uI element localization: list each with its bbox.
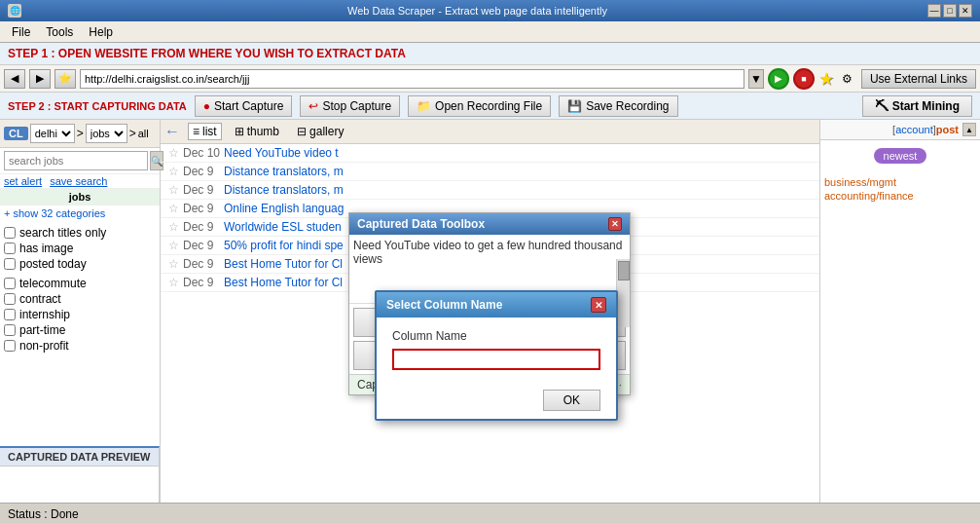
favorites-star[interactable]: ★ bbox=[818, 68, 834, 90]
tab-gallery[interactable]: ⊟ gallery bbox=[292, 123, 348, 140]
titles-checkbox[interactable] bbox=[4, 227, 16, 239]
listing-link[interactable]: Distance translators, m bbox=[224, 165, 344, 178]
step1-bar: STEP 1 : OPEN WEBSITE FROM WHERE YOU WIS… bbox=[0, 43, 980, 65]
save-recording-button[interactable]: 💾 Save Recording bbox=[559, 95, 677, 117]
toolbox-text: Need YouTube video to get a few hundred … bbox=[353, 239, 622, 266]
thumb-label: thumb bbox=[247, 125, 279, 138]
right-links: business/mgmt accounting/finance bbox=[820, 171, 980, 206]
parttime-label: part-time bbox=[19, 323, 65, 337]
star-icon[interactable]: ☆ bbox=[168, 165, 179, 178]
filter-today: posted today bbox=[4, 256, 156, 272]
listing-link[interactable]: Best Home Tutor for Cl bbox=[224, 257, 343, 271]
back-button[interactable]: ◀ bbox=[4, 69, 25, 89]
toolbox-scrollbar[interactable] bbox=[616, 259, 630, 327]
telecommute-label: telecommute bbox=[19, 277, 87, 290]
listing-link[interactable]: Online English languag bbox=[224, 202, 344, 215]
list-icon: ≡ bbox=[193, 125, 200, 138]
city-select[interactable]: delhi bbox=[30, 124, 75, 143]
nonprofit-checkbox[interactable] bbox=[4, 340, 16, 352]
filter-titles: search titles only bbox=[4, 225, 156, 241]
star-icon[interactable]: ☆ bbox=[168, 257, 179, 271]
scroll-up-arrow[interactable]: ▲ bbox=[962, 123, 976, 136]
listing-date: Dec 9 bbox=[183, 276, 220, 289]
category-select[interactable]: jobs bbox=[86, 124, 127, 143]
toolbox-close-button[interactable]: ✕ bbox=[608, 217, 622, 231]
listing-link[interactable]: Worldwide ESL studen bbox=[224, 220, 342, 234]
select-column-dialog: Select Column Name ✕ Column Name OK bbox=[375, 290, 618, 421]
filter-image: has image bbox=[4, 241, 156, 256]
toolbox-title: Captured Data Toolbox bbox=[357, 217, 485, 231]
listing-date: Dec 9 bbox=[183, 165, 220, 178]
dialog-close-button[interactable]: ✕ bbox=[591, 297, 606, 313]
forward-button[interactable]: ▶ bbox=[29, 69, 51, 89]
app-title: Web Data Scraper - Extract web page data… bbox=[27, 5, 927, 17]
account-link[interactable]: account bbox=[895, 124, 933, 135]
today-checkbox[interactable] bbox=[4, 258, 16, 270]
start-mining-button[interactable]: ⛏ Start Mining bbox=[862, 95, 972, 117]
listing-link[interactable]: 50% profit for hindi spe bbox=[224, 239, 344, 252]
save-search-link[interactable]: save search bbox=[50, 175, 107, 187]
maximize-button[interactable]: □ bbox=[943, 4, 957, 18]
right-link-accounting[interactable]: accounting/finance bbox=[824, 189, 976, 203]
internship-label: internship bbox=[19, 308, 70, 321]
listing-date: Dec 9 bbox=[183, 239, 220, 252]
filter-section: search titles only has image posted toda… bbox=[0, 221, 160, 357]
start-capture-button[interactable]: ● Start Capture bbox=[195, 95, 293, 117]
right-link-business[interactable]: business/mgmt bbox=[824, 175, 976, 189]
menu-bar: File Tools Help bbox=[0, 21, 980, 43]
internship-checkbox[interactable] bbox=[4, 309, 16, 320]
star-icon[interactable]: ☆ bbox=[168, 183, 179, 197]
back-arrow-button[interactable]: ← bbox=[164, 123, 180, 140]
gear-icon[interactable]: ⚙ bbox=[838, 69, 857, 89]
tab-list[interactable]: ≡ list bbox=[188, 123, 222, 140]
listing-link[interactable]: Distance translators, m bbox=[224, 183, 344, 197]
listing-link[interactable]: Best Home Tutor for Cl bbox=[224, 276, 343, 289]
image-label: has image bbox=[19, 242, 73, 255]
menu-help[interactable]: Help bbox=[81, 23, 121, 41]
gallery-label: gallery bbox=[309, 125, 344, 138]
telecommute-checkbox[interactable] bbox=[4, 278, 16, 289]
home-button[interactable]: ⭐ bbox=[54, 69, 76, 89]
listing-link[interactable]: Need YouTube video t bbox=[224, 146, 339, 160]
star-icon[interactable]: ☆ bbox=[168, 202, 179, 215]
tab-thumb[interactable]: ⊞ thumb bbox=[230, 123, 284, 140]
show-more-link[interactable]: + show 32 categories bbox=[0, 205, 160, 221]
star-icon[interactable]: ☆ bbox=[168, 239, 179, 252]
search-input[interactable] bbox=[4, 151, 148, 170]
menu-tools[interactable]: Tools bbox=[38, 23, 81, 41]
set-alert-link[interactable]: set alert bbox=[4, 175, 42, 187]
column-name-input[interactable] bbox=[392, 349, 600, 370]
list-item: ☆ Dec 10 Need YouTube video t bbox=[161, 144, 819, 163]
search-bar: 🔍 bbox=[0, 148, 160, 174]
menu-file[interactable]: File bbox=[4, 23, 38, 41]
star-icon[interactable]: ☆ bbox=[168, 276, 179, 289]
right-top-bar: [ account ] post ▲ bbox=[820, 120, 980, 140]
stop-capture-button[interactable]: ↩ Stop Capture bbox=[300, 95, 400, 117]
minimize-button[interactable]: — bbox=[927, 4, 941, 18]
dialog-footer: OK bbox=[377, 382, 616, 419]
dialog-ok-button[interactable]: OK bbox=[543, 390, 600, 411]
left-panel: CL delhi > jobs > all 🔍 set alert save s… bbox=[0, 120, 161, 523]
view-tabs: ← ≡ list ⊞ thumb ⊟ gallery bbox=[161, 120, 819, 144]
external-links-label: Use External Links bbox=[870, 72, 967, 86]
url-bar: ◀ ▶ ⭐ ▼ ▶ ■ ★ ⚙ Use External Links bbox=[0, 65, 980, 93]
url-input[interactable] bbox=[80, 69, 744, 89]
status-text: Status : Done bbox=[8, 507, 79, 521]
step1-label: STEP 1 : OPEN WEBSITE FROM WHERE YOU WIS… bbox=[8, 47, 406, 60]
play-button[interactable]: ▶ bbox=[768, 68, 789, 90]
arrow-separator2: > bbox=[129, 127, 136, 140]
url-dropdown[interactable]: ▼ bbox=[748, 69, 764, 89]
close-button[interactable]: ✕ bbox=[959, 4, 972, 18]
contract-checkbox[interactable] bbox=[4, 293, 16, 305]
star-icon[interactable]: ☆ bbox=[168, 146, 179, 160]
image-checkbox[interactable] bbox=[4, 243, 16, 254]
open-recording-button[interactable]: 📁 Open Recording File bbox=[408, 95, 551, 117]
listing-date: Dec 10 bbox=[183, 146, 220, 160]
newest-badge[interactable]: newest bbox=[874, 148, 927, 164]
stop-button[interactable]: ■ bbox=[793, 68, 815, 90]
titles-label: search titles only bbox=[19, 226, 106, 240]
parttime-checkbox[interactable] bbox=[4, 324, 16, 336]
external-links-button[interactable]: Use External Links bbox=[861, 69, 976, 89]
post-link[interactable]: post bbox=[936, 124, 959, 135]
star-icon[interactable]: ☆ bbox=[168, 220, 179, 234]
